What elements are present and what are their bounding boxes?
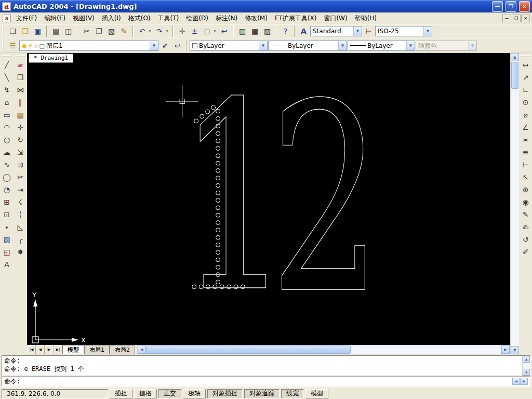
line-button[interactable]: ╱ xyxy=(1,59,13,71)
status-toggle-lineweight[interactable]: 线宽 xyxy=(281,389,304,398)
chevron-down-icon[interactable]: ▼ xyxy=(338,41,347,50)
dim-style-manager-button[interactable]: ⊢ xyxy=(363,25,375,37)
menu-item-draw[interactable]: 绘图(D) xyxy=(182,12,212,24)
chevron-down-icon[interactable]: ▼ xyxy=(259,41,267,50)
dimension-style-button[interactable]: ✐ xyxy=(520,246,532,258)
drawing-canvas[interactable]: 1 2 xyxy=(27,53,510,345)
layout-tab-2[interactable]: 布局2 xyxy=(110,345,135,354)
layer-properties-manager-button[interactable]: ☰ xyxy=(7,40,19,52)
break-at-point-button[interactable]: ☇ xyxy=(14,196,26,208)
menu-item-file[interactable]: 文件(F) xyxy=(12,12,41,24)
new-file-button[interactable]: ❏ xyxy=(7,25,19,37)
scroll-down-icon[interactable]: ▼ xyxy=(511,346,519,354)
doc-minimize-button[interactable]: — xyxy=(502,15,511,22)
status-toggle-grid[interactable]: 栅格 xyxy=(134,389,157,398)
redo-button[interactable]: ↷ xyxy=(153,25,165,37)
linear-dimension-button[interactable]: ↔ xyxy=(520,59,532,71)
zoom-previous-button[interactable]: ↩ xyxy=(218,25,230,37)
text-style-combo[interactable]: Standard ▼ xyxy=(310,26,362,36)
last-tab-button[interactable]: ▶| xyxy=(54,345,62,354)
menu-item-edit[interactable]: 编辑(E) xyxy=(41,12,69,24)
drawing-tab[interactable]: * Drawing1 xyxy=(29,54,73,63)
extend-button[interactable]: ⇥ xyxy=(14,183,26,196)
zoom-window-button[interactable]: ◻ xyxy=(201,25,213,37)
spline-button[interactable]: ∿ xyxy=(1,158,13,171)
make-objects-layer-current-button[interactable]: ✔ xyxy=(159,40,171,52)
chamfer-button[interactable]: ◺ xyxy=(14,221,26,233)
toolbar-grip[interactable] xyxy=(521,55,530,57)
paste-button[interactable]: ▧ xyxy=(105,25,117,37)
status-toggle-model-space[interactable]: 模型 xyxy=(305,389,328,398)
model-space-canvas[interactable]: 1 2 xyxy=(27,53,510,345)
point-button[interactable]: ∙ xyxy=(1,221,13,233)
vertical-scrollbar[interactable]: ▲ ▼ xyxy=(510,53,519,354)
stretch-button[interactable]: ⇉ xyxy=(14,158,26,171)
lineweight-combo[interactable]: ByLayer ▼ xyxy=(348,41,415,51)
layer-combo[interactable]: ●☀∩□ 图层1 ▼ xyxy=(19,41,158,51)
command-prompt[interactable]: 命令: xyxy=(4,377,20,386)
construction-line-button[interactable]: ╲ xyxy=(1,71,13,84)
scroll-right-icon[interactable]: ▶ xyxy=(520,378,528,385)
ordinate-dimension-button[interactable]: ∟ xyxy=(520,84,532,96)
erase-button[interactable]: ▰ xyxy=(14,59,26,71)
hatch-button[interactable]: ▨ xyxy=(1,233,13,246)
insert-block-button[interactable]: ⊞ xyxy=(1,196,13,208)
break-button[interactable]: ╎ xyxy=(14,208,26,221)
horizontal-scroll-thumb[interactable] xyxy=(146,345,351,354)
menu-item-express-tools[interactable]: ET扩展工具(X) xyxy=(271,12,321,24)
mirror-button[interactable]: ⋈ xyxy=(14,84,26,96)
prev-tab-button[interactable]: ◀ xyxy=(36,345,45,354)
digit-2-outline[interactable]: 2 xyxy=(270,53,382,345)
toolbar-grip[interactable] xyxy=(2,55,11,57)
status-toggle-polar[interactable]: 极轴 xyxy=(183,389,206,398)
array-button[interactable]: ▦ xyxy=(14,109,26,121)
redo-dropdown-button[interactable]: ▾ xyxy=(164,25,170,37)
command-hscrollbar[interactable]: ◀ ▶ xyxy=(512,378,528,385)
scroll-left-icon[interactable]: ◀ xyxy=(138,345,146,354)
save-button[interactable]: ▣ xyxy=(32,25,44,37)
pan-realtime-button[interactable]: ✛ xyxy=(176,25,188,37)
color-combo[interactable]: ByLayer ▼ xyxy=(190,41,268,51)
doc-close-button[interactable]: ✕ xyxy=(521,15,530,22)
tool-palettes-button[interactable]: ▨ xyxy=(261,25,273,37)
layer-previous-button[interactable]: ↩ xyxy=(171,40,183,52)
chevron-down-icon[interactable]: ▼ xyxy=(353,26,362,36)
vertical-scroll-thumb[interactable] xyxy=(511,62,518,89)
menu-item-insert[interactable]: 插入(I) xyxy=(98,12,125,24)
scroll-right-icon[interactable]: ▶ xyxy=(501,345,510,354)
dimension-update-button[interactable]: ↺ xyxy=(520,233,532,246)
text-style-manager-button[interactable]: A xyxy=(298,25,310,37)
dim-style-combo[interactable]: ISO-25 ▼ xyxy=(375,26,432,36)
status-toggle-ortho[interactable]: 正交 xyxy=(158,389,181,398)
scroll-down-icon[interactable]: ▼ xyxy=(523,369,530,376)
minimize-button[interactable]: — xyxy=(492,1,503,12)
close-button[interactable]: ✕ xyxy=(519,1,530,12)
rectangle-button[interactable]: ▭ xyxy=(1,109,13,121)
offset-button[interactable]: ∥ xyxy=(14,96,26,109)
menu-item-help[interactable]: 帮助(H) xyxy=(351,12,380,24)
region-button[interactable]: ◱ xyxy=(1,246,13,258)
scroll-track[interactable] xyxy=(351,345,501,354)
chevron-down-icon[interactable]: ▼ xyxy=(150,41,158,50)
baseline-dimension-button[interactable]: ≡ xyxy=(520,146,532,158)
zoom-window-dropdown-button[interactable]: ▾ xyxy=(212,25,218,37)
rotate-button[interactable]: ↻ xyxy=(14,134,26,146)
open-folder-button[interactable]: ❒ xyxy=(19,25,31,37)
first-tab-button[interactable]: |◀ xyxy=(27,345,36,354)
copy-object-button[interactable]: ❐ xyxy=(14,71,26,84)
linetype-combo[interactable]: ByLayer ▼ xyxy=(268,41,347,51)
scroll-up-icon[interactable]: ▲ xyxy=(523,356,530,363)
ellipse-arc-button[interactable]: ◔ xyxy=(1,183,13,196)
tolerance-button[interactable]: ⊕ xyxy=(520,183,532,196)
chevron-down-icon[interactable]: ▼ xyxy=(406,41,415,50)
layout-tab-1[interactable]: 布局1 xyxy=(84,345,110,354)
restore-button[interactable]: ❐ xyxy=(506,1,516,12)
chevron-down-icon[interactable]: ▼ xyxy=(423,26,432,36)
layout-tab-0[interactable]: 模型 xyxy=(62,345,84,354)
aligned-dimension-button[interactable]: ↗ xyxy=(520,71,532,84)
undo-button[interactable]: ↶ xyxy=(136,25,148,37)
properties-palette-button[interactable]: ▥ xyxy=(236,25,248,37)
quick-dimension-button[interactable]: ≍ xyxy=(520,134,532,146)
doc-restore-button[interactable]: ❐ xyxy=(512,15,521,22)
copy-clip-button[interactable]: ❐ xyxy=(93,25,105,37)
